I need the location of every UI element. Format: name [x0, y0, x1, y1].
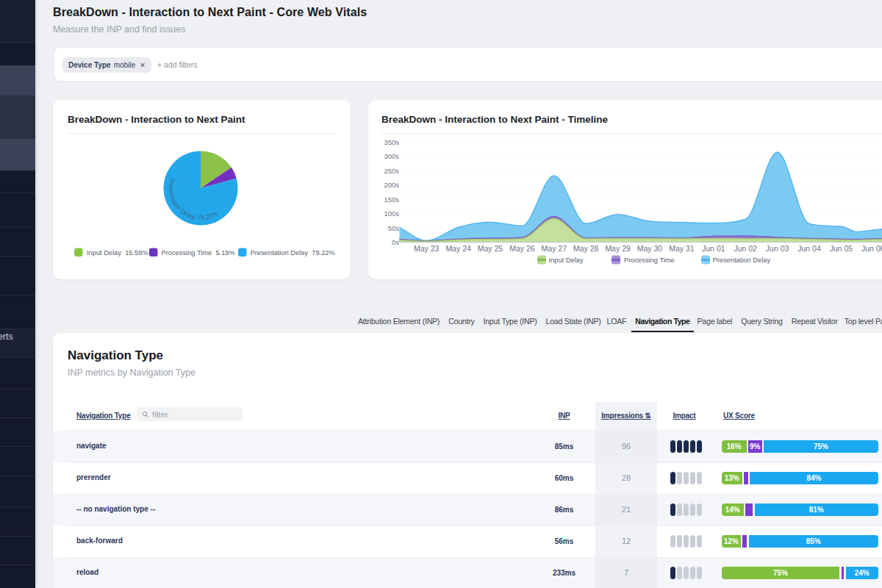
svg-text:May 28: May 28 [573, 244, 599, 253]
svg-text:0s: 0s [392, 238, 399, 246]
svg-text:May 24: May 24 [445, 244, 471, 253]
svg-text:50s: 50s [388, 224, 400, 232]
svg-text:Jun 02: Jun 02 [734, 244, 757, 253]
svg-text:Jun 03: Jun 03 [766, 244, 789, 253]
svg-text:100s: 100s [384, 209, 399, 218]
svg-text:250s: 250s [384, 167, 399, 175]
svg-text:350s: 350s [384, 140, 399, 146]
svg-text:May 25: May 25 [478, 244, 503, 253]
svg-text:Presentation Delay 79.22%: Presentation Delay 79.22% [251, 249, 335, 257]
svg-text:May 29: May 29 [605, 244, 631, 253]
svg-text:Presentation Delay: Presentation Delay [713, 257, 771, 264]
svg-text:Jun 05: Jun 05 [830, 244, 853, 253]
svg-text:May 26: May 26 [509, 244, 535, 253]
svg-text:200s: 200s [384, 181, 399, 189]
svg-text:Processing Time: Processing Time [624, 257, 675, 264]
svg-text:Jun 04: Jun 04 [797, 244, 821, 253]
svg-text:May 31: May 31 [669, 244, 695, 253]
svg-text:Jun 01: Jun 01 [702, 244, 725, 253]
svg-text:Input Delay: Input Delay [549, 257, 584, 264]
svg-text:May 23: May 23 [414, 244, 440, 253]
svg-text:150s: 150s [384, 196, 399, 204]
svg-text:300s: 300s [384, 152, 399, 160]
svg-text:Jun 06: Jun 06 [861, 244, 882, 253]
svg-text:Processing Time 5.19%: Processing Time 5.19% [162, 249, 235, 257]
svg-text:Input Delay 15.58%: Input Delay 15.58% [87, 249, 148, 257]
svg-text:May 27: May 27 [542, 244, 567, 253]
svg-text:May 30: May 30 [637, 244, 663, 253]
